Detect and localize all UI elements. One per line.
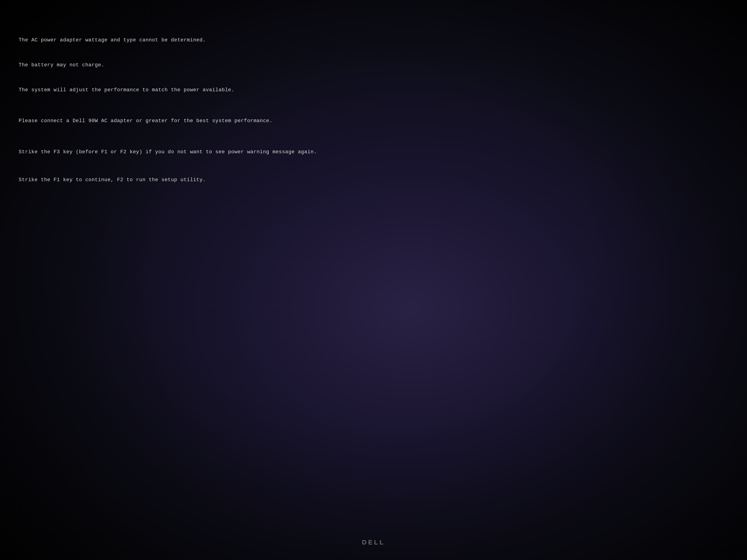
line-1: The AC power adapter wattage and type ca…: [19, 36, 728, 44]
dell-logo: DELL: [362, 539, 385, 546]
bios-screen: The AC power adapter wattage and type ca…: [0, 0, 747, 560]
warning-text-block: The AC power adapter wattage and type ca…: [19, 20, 728, 201]
message-area: The AC power adapter wattage and type ca…: [0, 0, 747, 560]
line-6: Strike the F1 key to continue, F2 to run…: [19, 176, 728, 184]
line-3: The system will adjust the performance t…: [19, 86, 728, 94]
line-5: Strike the F3 key (before F1 or F2 key) …: [19, 148, 728, 156]
line-2: The battery may not charge.: [19, 61, 728, 69]
line-4: Please connect a Dell 90W AC adapter or …: [19, 117, 728, 125]
